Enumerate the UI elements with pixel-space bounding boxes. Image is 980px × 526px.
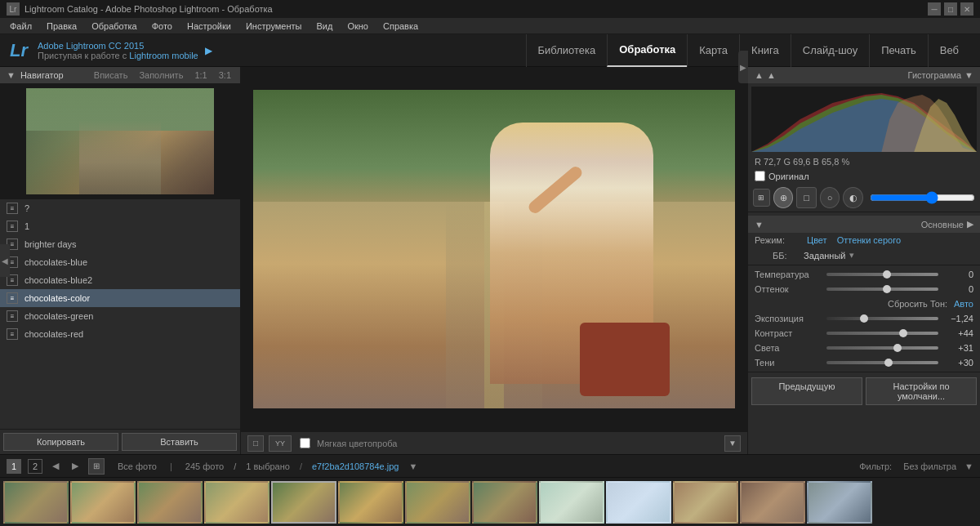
- divider2: [748, 372, 980, 372]
- preset-chocolates-blue[interactable]: ≡ chocolates-blue: [0, 253, 240, 271]
- copy-button[interactable]: Копировать: [3, 433, 118, 451]
- page-1[interactable]: 1: [7, 459, 21, 474]
- basic-header[interactable]: ▼ Основные ▶: [748, 216, 980, 233]
- page-2[interactable]: 2: [28, 459, 42, 474]
- preset-item[interactable]: ≡ ?: [0, 199, 240, 217]
- maximize-button[interactable]: □: [944, 2, 957, 16]
- left-panel: ◀ ▼ Навигатор Вписать Заполнить 1:1 3:1 …: [0, 67, 241, 454]
- contrast-slider[interactable]: [826, 332, 938, 335]
- menu-photo[interactable]: Фото: [145, 20, 179, 33]
- heal-tool[interactable]: □: [796, 187, 817, 208]
- bb-value[interactable]: Заданный: [804, 251, 846, 261]
- nav-web[interactable]: Веб: [928, 34, 970, 67]
- adjust-circle-tool[interactable]: ○: [820, 187, 840, 208]
- window-controls: ─ □ ✕: [928, 2, 973, 16]
- menu-help[interactable]: Справка: [376, 20, 425, 33]
- navigator-tabs: Вписать Заполнить 1:1 3:1: [91, 70, 234, 80]
- tool-slider[interactable]: [870, 191, 975, 204]
- filename-dropdown: ▼: [408, 461, 417, 471]
- temp-thumb: [883, 270, 891, 279]
- nav-library[interactable]: Библиотека: [526, 34, 608, 67]
- film-thumb[interactable]: [70, 481, 136, 524]
- reset-label: Сбросить Тон:: [888, 299, 947, 309]
- nav-map[interactable]: Карта: [687, 34, 739, 67]
- nav-print[interactable]: Печать: [869, 34, 928, 67]
- lights-label: Света: [755, 343, 820, 353]
- grad-filter-tool[interactable]: ◐: [843, 187, 863, 208]
- defaults-button[interactable]: Настройки по умолчани...: [866, 377, 977, 405]
- next-arrow[interactable]: ▶: [69, 460, 82, 473]
- film-thumb-active[interactable]: [271, 481, 336, 524]
- histogram-header: ▲ ▲ Гистограмма ▼: [748, 67, 980, 83]
- menu-edit[interactable]: Правка: [40, 20, 83, 33]
- all-photos-label[interactable]: Все фото: [118, 461, 157, 471]
- film-thumb[interactable]: [539, 481, 604, 524]
- histogram-up-icon: ▲: [767, 70, 776, 80]
- nav-slideshow[interactable]: Слайд-шоу: [791, 34, 869, 67]
- preset-icon: ≡: [7, 292, 18, 304]
- shadows-slider[interactable]: [826, 361, 938, 364]
- softproof-checkbox[interactable]: [300, 438, 310, 448]
- menu-develop[interactable]: Обработка: [85, 20, 143, 33]
- yw-tool-button[interactable]: YY: [269, 435, 292, 452]
- temp-slider[interactable]: [826, 273, 938, 276]
- collapse-left-panel[interactable]: ◀: [0, 244, 10, 277]
- nav-tab-1to1[interactable]: 1:1: [192, 70, 209, 80]
- mode-bw-button[interactable]: Оттенки серого: [837, 235, 901, 245]
- menu-settings[interactable]: Настройки: [180, 20, 238, 33]
- menu-tools[interactable]: Инструменты: [239, 20, 309, 33]
- film-thumb[interactable]: [137, 481, 203, 524]
- develop-bottom-buttons: Предыдущую Настройки по умолчани...: [748, 374, 980, 408]
- grid-tool[interactable]: ⊞: [753, 189, 770, 207]
- film-thumb[interactable]: [673, 481, 738, 524]
- film-thumb[interactable]: [338, 481, 403, 524]
- exposure-slider[interactable]: [826, 317, 938, 320]
- menu-view[interactable]: Вид: [310, 20, 340, 33]
- preset-item[interactable]: ≡ 1: [0, 217, 240, 235]
- film-thumb[interactable]: [472, 481, 537, 524]
- crop-tool-button[interactable]: □: [247, 435, 264, 452]
- prev-button[interactable]: Предыдущую: [751, 377, 862, 405]
- menu-file[interactable]: Файл: [3, 20, 38, 33]
- tool-icons-row: ⊞ ⊕ □ ○ ◐: [748, 184, 980, 212]
- navigator-image: [26, 88, 214, 194]
- close-button[interactable]: ✕: [960, 2, 973, 16]
- film-thumb[interactable]: [606, 481, 671, 524]
- paste-button[interactable]: Вставить: [122, 433, 237, 451]
- nav-develop[interactable]: Обработка: [607, 34, 687, 67]
- navigator-header[interactable]: ▼ Навигатор Вписать Заполнить 1:1 3:1: [0, 67, 240, 83]
- film-thumb[interactable]: [405, 481, 470, 524]
- film-thumb[interactable]: [3, 481, 69, 524]
- tint-slider[interactable]: [826, 288, 938, 291]
- filmstrip: [0, 477, 980, 526]
- nav-tab-3to1[interactable]: 3:1: [216, 70, 234, 80]
- view-grid-button[interactable]: ⊞: [88, 458, 105, 475]
- collapse-right-panel[interactable]: ▶: [738, 51, 748, 83]
- lights-slider[interactable]: [826, 346, 938, 350]
- navigator-preview: [0, 83, 240, 199]
- preset-chocolates-color[interactable]: ≡ chocolates-color: [0, 289, 240, 307]
- prev-arrow[interactable]: ◀: [49, 460, 62, 473]
- navbar: Lr Adobe Lightroom CC 2015 Приступая к р…: [0, 34, 980, 67]
- toolbar-dropdown[interactable]: ▼: [724, 435, 741, 452]
- originals-checkbox[interactable]: [755, 171, 765, 181]
- preset-chocolates-blue2[interactable]: ≡ chocolates-blue2: [0, 271, 240, 289]
- filter-value[interactable]: Без фильтра: [903, 461, 956, 471]
- basic-section: ▼ Основные ▶ Режим: Цвет Оттенки серого …: [748, 212, 980, 454]
- preset-chocolates-green[interactable]: ≡ chocolates-green: [0, 307, 240, 325]
- nav-tab-fit[interactable]: Вписать: [91, 70, 131, 80]
- histogram-svg: [751, 87, 977, 152]
- reset-auto-button[interactable]: Авто: [954, 299, 973, 309]
- nav-tab-fill[interactable]: Заполнить: [136, 70, 185, 80]
- film-thumb[interactable]: [807, 481, 872, 524]
- film-thumb[interactable]: [740, 481, 805, 524]
- mode-color-button[interactable]: Цвет: [807, 235, 827, 245]
- play-button[interactable]: ▶: [205, 45, 212, 56]
- minimize-button[interactable]: ─: [928, 2, 941, 16]
- lights-row: Света +31: [748, 341, 980, 355]
- menu-window[interactable]: Окно: [341, 20, 375, 33]
- preset-chocolates-red[interactable]: ≡ chocolates-red: [0, 325, 240, 343]
- preset-brighter-days[interactable]: ≡ brighter days: [0, 235, 240, 253]
- crop-circle-tool[interactable]: ⊕: [773, 187, 794, 208]
- film-thumb[interactable]: [204, 481, 270, 524]
